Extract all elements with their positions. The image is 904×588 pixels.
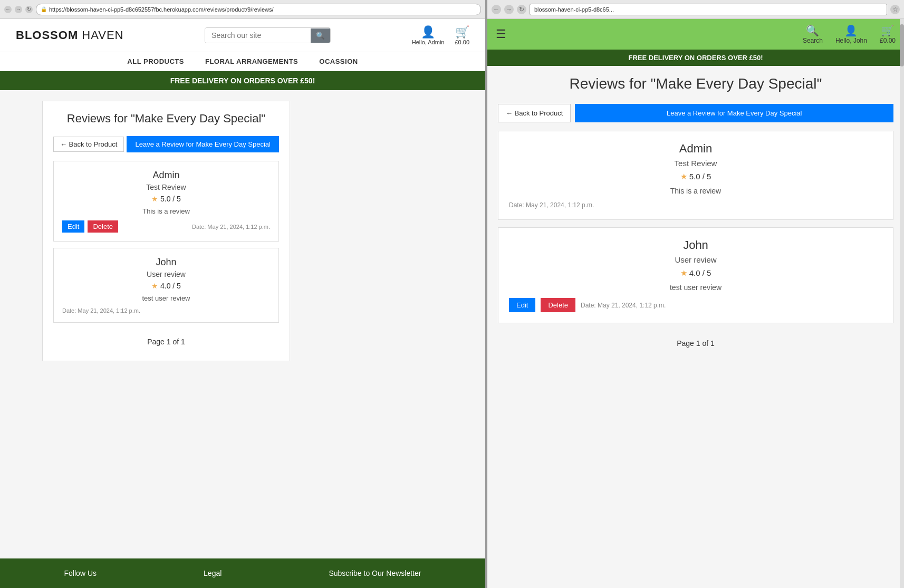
review-card-john: John User review ★ 4.0 / 5 test user rev… bbox=[53, 248, 279, 323]
nav-floral-arrangements[interactable]: FLORAL ARRANGEMENTS bbox=[205, 57, 298, 65]
reviews-container: Reviews for "Make Every Day Special" ← B… bbox=[42, 101, 290, 361]
right-browser-panel: ← → ↻ blossom-haven-ci-pp5-d8c65... ☆ ☰ … bbox=[485, 0, 904, 588]
delete-button-admin[interactable]: Delete bbox=[88, 220, 118, 233]
cart-icon: 🛒 bbox=[455, 25, 469, 39]
nav-all-products[interactable]: ALL PRODUCTS bbox=[127, 57, 184, 65]
footer-newsletter: Subscribe to Our Newsletter bbox=[329, 569, 421, 577]
leave-review-button[interactable]: Leave a Review for Make Every Day Specia… bbox=[127, 136, 279, 152]
right-browser-toolbar: ← → ↻ blossom-haven-ci-pp5-d8c65... ☆ bbox=[487, 0, 904, 19]
review-body: This is a review bbox=[62, 207, 270, 215]
reviews-title: Reviews for "Make Every Day Special" bbox=[53, 112, 279, 126]
back-button[interactable]: ← bbox=[4, 6, 12, 13]
right-review-author-john: John bbox=[509, 238, 882, 252]
scrollbar-thumb[interactable] bbox=[900, 24, 904, 66]
right-review-title-john: User review bbox=[509, 255, 882, 264]
reviews-actions: ← Back to Product Leave a Review for Mak… bbox=[53, 136, 279, 152]
right-search-label: Search bbox=[803, 37, 823, 44]
site-footer: Follow Us Legal Subscribe to Our Newslet… bbox=[0, 558, 485, 588]
hamburger-menu-button[interactable]: ☰ bbox=[496, 27, 506, 41]
right-star-icon-admin: ★ bbox=[680, 172, 687, 181]
forward-button[interactable]: → bbox=[15, 6, 22, 13]
right-review-rating-admin: ★ 5.0 / 5 bbox=[509, 172, 882, 181]
star-icon: ★ bbox=[151, 195, 158, 203]
right-star-icon-john: ★ bbox=[680, 268, 687, 277]
right-search-icon-item[interactable]: 🔍 Search bbox=[803, 24, 823, 44]
right-review-body-admin: This is a review bbox=[509, 187, 882, 195]
search-input[interactable] bbox=[205, 28, 311, 43]
cart-icon-item[interactable]: 🛒 £0.00 bbox=[455, 25, 469, 45]
right-refresh-button[interactable]: ↻ bbox=[517, 5, 526, 14]
right-reviews-title: Reviews for "Make Every Day Special" bbox=[498, 74, 893, 93]
refresh-button[interactable]: ↻ bbox=[25, 6, 33, 13]
right-main-content: Reviews for "Make Every Day Special" ← B… bbox=[487, 66, 904, 588]
scrollbar[interactable] bbox=[900, 19, 904, 588]
review-footer-john: Date: May 21, 2024, 1:12 p.m. bbox=[62, 307, 270, 314]
right-review-author-admin: Admin bbox=[509, 142, 882, 156]
right-review-rating-john: ★ 4.0 / 5 bbox=[509, 268, 882, 278]
right-user-label: Hello, John bbox=[835, 37, 867, 44]
star-icon-john: ★ bbox=[151, 282, 158, 290]
back-to-product-button[interactable]: ← Back to Product bbox=[53, 137, 124, 152]
right-pagination: Page 1 of 1 bbox=[498, 331, 893, 356]
right-cart-icon: 🛒 bbox=[881, 24, 894, 37]
review-title-john: User review bbox=[62, 270, 270, 278]
right-rating-value-admin: 5.0 / 5 bbox=[689, 172, 711, 181]
url-text: https://blossom-haven-ci-pp5-d8c652557fb… bbox=[49, 6, 274, 13]
pagination: Page 1 of 1 bbox=[53, 329, 279, 350]
footer-legal: Legal bbox=[204, 569, 222, 577]
right-user-icon: 👤 bbox=[844, 24, 858, 37]
main-content: Reviews for "Make Every Day Special" ← B… bbox=[0, 90, 485, 372]
right-header-actions: 🔍 Search 👤 Hello, John 🛒 £0.00 bbox=[803, 24, 896, 44]
review-body-john: test user review bbox=[62, 294, 270, 302]
edit-button-admin[interactable]: Edit bbox=[62, 220, 84, 233]
review-card-admin: Admin Test Review ★ 5.0 / 5 This is a re… bbox=[53, 161, 279, 242]
rating-value: 5.0 / 5 bbox=[160, 195, 181, 203]
right-review-card-admin: Admin Test Review ★ 5.0 / 5 This is a re… bbox=[498, 131, 893, 220]
review-rating-john: ★ 4.0 / 5 bbox=[62, 282, 270, 290]
site-navigation: ALL PRODUCTS FLORAL ARRANGEMENTS OCASSIO… bbox=[0, 52, 485, 71]
review-title: Test Review bbox=[62, 183, 270, 191]
right-url-text: blossom-haven-ci-pp5-d8c65... bbox=[534, 6, 614, 13]
right-rating-value-john: 4.0 / 5 bbox=[689, 268, 711, 277]
review-author-john: John bbox=[62, 257, 270, 268]
right-review-title-admin: Test Review bbox=[509, 159, 882, 168]
right-leave-review-button[interactable]: Leave a Review for Make Every Day Specia… bbox=[575, 104, 893, 122]
review-date-john: Date: May 21, 2024, 1:12 p.m. bbox=[62, 307, 140, 314]
review-footer-actions: Edit Delete bbox=[62, 220, 118, 233]
search-form: 🔍 bbox=[205, 27, 331, 43]
lock-icon: 🔒 bbox=[41, 6, 47, 12]
right-bookmark-button[interactable]: ☆ bbox=[890, 5, 900, 14]
review-date-admin: Date: May 21, 2024, 1:12 p.m. bbox=[192, 224, 270, 230]
right-address-bar[interactable]: blossom-haven-ci-pp5-d8c65... bbox=[530, 4, 887, 15]
right-review-body-john: test user review bbox=[509, 283, 882, 292]
right-cart-icon-item[interactable]: 🛒 £0.00 bbox=[880, 24, 896, 44]
right-user-icon-item[interactable]: 👤 Hello, John bbox=[835, 24, 867, 44]
right-edit-button-john[interactable]: Edit bbox=[509, 298, 535, 312]
review-author: Admin bbox=[62, 170, 270, 181]
right-cart-label: £0.00 bbox=[880, 37, 896, 44]
site-header: BLOSSOM HAVEN 🔍 👤 Hello, Admin 🛒 £0.00 bbox=[0, 19, 485, 52]
nav-ocassion[interactable]: OCASSION bbox=[319, 57, 358, 65]
site-logo: BLOSSOM HAVEN bbox=[16, 28, 124, 42]
delivery-banner: FREE DELIVERY ON ORDERS OVER £50! bbox=[0, 71, 485, 90]
right-delete-button-john[interactable]: Delete bbox=[541, 298, 575, 312]
right-review-date-admin: Date: May 21, 2024, 1:12 p.m. bbox=[509, 201, 882, 209]
rating-value-john: 4.0 / 5 bbox=[160, 282, 181, 290]
right-review-footer-john: Edit Delete Date: May 21, 2024, 1:12 p.m… bbox=[509, 298, 882, 312]
right-back-button[interactable]: ← bbox=[492, 5, 501, 14]
header-icons: 👤 Hello, Admin 🛒 £0.00 bbox=[412, 25, 469, 45]
browser-toolbar: ← → ↻ 🔒 https://blossom-haven-ci-pp5-d8c… bbox=[0, 0, 485, 19]
footer-follow-us: Follow Us bbox=[64, 569, 97, 577]
user-account-icon-item[interactable]: 👤 Hello, Admin bbox=[412, 25, 445, 45]
review-rating: ★ 5.0 / 5 bbox=[62, 195, 270, 203]
right-site-header: ☰ 🔍 Search 👤 Hello, John 🛒 £0.00 bbox=[487, 19, 904, 50]
left-browser-panel: ← → ↻ 🔒 https://blossom-haven-ci-pp5-d8c… bbox=[0, 0, 485, 588]
address-bar[interactable]: 🔒 https://blossom-haven-ci-pp5-d8c652557… bbox=[36, 4, 481, 15]
right-review-date-john: Date: May 21, 2024, 1:12 p.m. bbox=[581, 302, 666, 309]
search-button[interactable]: 🔍 bbox=[311, 28, 330, 43]
right-forward-button[interactable]: → bbox=[504, 5, 514, 14]
user-icon: 👤 bbox=[421, 25, 435, 39]
cart-label: £0.00 bbox=[455, 39, 469, 45]
right-back-to-product-button[interactable]: ← Back to Product bbox=[498, 104, 571, 122]
review-footer: Edit Delete Date: May 21, 2024, 1:12 p.m… bbox=[62, 220, 270, 233]
